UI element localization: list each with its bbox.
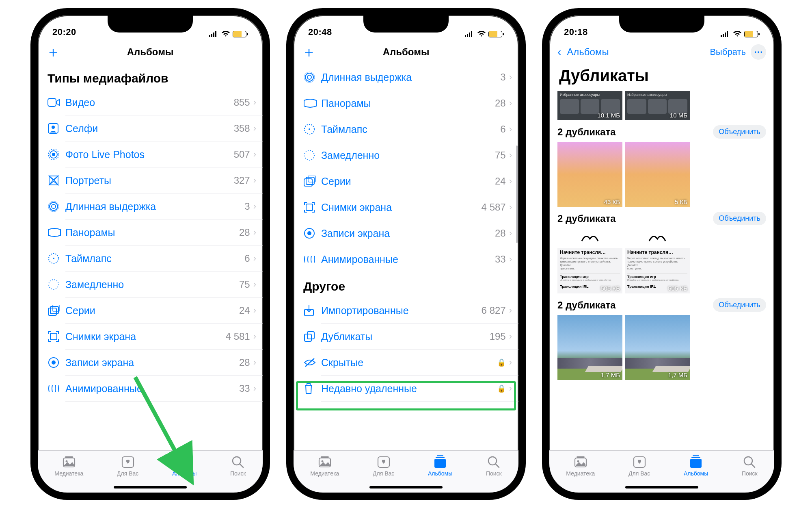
- list-row[interactable]: Фото Live Photos507›: [48, 141, 263, 167]
- list-row[interactable]: Записи экрана28›: [303, 220, 518, 246]
- tab-library[interactable]: Медиатека: [566, 454, 595, 493]
- list-row[interactable]: Панорамы28›: [48, 219, 263, 245]
- row-icon: [48, 278, 65, 291]
- row-count: 4 581: [226, 331, 250, 342]
- row-count: 28: [239, 227, 250, 238]
- row-label: Дубликаты: [321, 331, 490, 343]
- size-badge: 1,7 МБ: [668, 371, 687, 378]
- home-indicator[interactable]: [114, 486, 187, 488]
- section-header-other: Другое: [294, 272, 518, 297]
- add-button[interactable]: ＋: [302, 45, 316, 59]
- list-row[interactable]: Скрытые🔒›: [303, 350, 518, 376]
- row-icon: [303, 358, 321, 367]
- list-row[interactable]: Замедленно75›: [48, 271, 263, 297]
- list-row[interactable]: Замедленно75›: [303, 142, 518, 168]
- row-count: 28: [239, 357, 250, 368]
- tab-search[interactable]: Поиск: [742, 454, 758, 493]
- list-row[interactable]: Таймлапс6›: [303, 116, 518, 142]
- row-count: 24: [495, 176, 506, 187]
- chevron-right-icon: ›: [509, 72, 512, 82]
- size-badge: 10,1 МБ: [597, 112, 620, 119]
- svg-rect-59: [437, 455, 443, 456]
- svg-point-31: [233, 457, 241, 465]
- list-row[interactable]: Снимки экрана4 581›: [48, 323, 263, 350]
- list-row[interactable]: Записи экрана28›: [48, 350, 263, 376]
- row-label: Таймлапс: [321, 124, 500, 135]
- merge-button[interactable]: Объединить: [713, 125, 766, 139]
- list-row[interactable]: Селфи358›: [48, 115, 263, 141]
- list-row[interactable]: Импортированные6 827›: [303, 297, 518, 323]
- duplicate-thumbnail[interactable]: 43 КБ: [557, 142, 622, 207]
- merge-button[interactable]: Объединить: [713, 298, 766, 312]
- row-icon: [48, 330, 65, 343]
- svg-line-61: [496, 464, 499, 467]
- list-row[interactable]: Анимированные33›: [48, 376, 263, 402]
- svg-point-26: [65, 460, 67, 462]
- svg-point-6: [52, 126, 55, 129]
- duplicate-thumbnail[interactable]: 5 КБ: [625, 142, 690, 207]
- battery-icon: [233, 31, 246, 37]
- row-count: 75: [495, 150, 506, 161]
- duplicate-thumbnail[interactable]: Избранные аксессуары10 МБ: [625, 91, 690, 120]
- row-count: 6 827: [482, 305, 506, 316]
- svg-rect-28: [179, 459, 190, 468]
- row-label: Снимки экрана: [65, 331, 226, 343]
- list-row[interactable]: Панорамы28›: [303, 90, 518, 116]
- list-row[interactable]: Видео855›: [48, 89, 263, 115]
- cellular-icon: [721, 31, 730, 37]
- list-row[interactable]: Длинная выдержка3›: [48, 193, 263, 219]
- tab-search[interactable]: Поиск: [230, 454, 246, 493]
- tab-search[interactable]: Поиск: [486, 454, 502, 493]
- duplicate-thumbnail[interactable]: 1,7 МБ: [557, 315, 622, 380]
- add-button[interactable]: ＋: [46, 45, 60, 59]
- chevron-right-icon: ›: [509, 305, 512, 316]
- list-row[interactable]: Серии24›: [48, 297, 263, 323]
- row-count: 358: [234, 123, 250, 134]
- row-count: 28: [495, 228, 506, 239]
- row-icon: [48, 123, 65, 134]
- size-badge: 505 КБ: [600, 285, 620, 292]
- svg-rect-57: [434, 459, 446, 468]
- section-header-media-types: Типы медиафайлов: [38, 64, 263, 89]
- duplicate-thumbnail[interactable]: Избранные аксессуары10,1 МБ: [557, 91, 622, 120]
- duplicate-thumbnail[interactable]: Начните трансля…Через несколько секунд в…: [557, 228, 622, 293]
- battery-icon: [488, 31, 502, 37]
- home-indicator[interactable]: [369, 486, 443, 488]
- select-button[interactable]: Выбрать: [710, 47, 746, 57]
- list-row[interactable]: Длинная выдержка3›: [303, 64, 518, 90]
- duplicate-group-title: 2 дубликата: [557, 213, 616, 224]
- list-row[interactable]: Таймлапс6›: [48, 245, 263, 271]
- duplicate-group-title: 2 дубликата: [557, 126, 616, 138]
- more-button[interactable]: ⋯: [751, 44, 766, 60]
- row-label: Серии: [321, 176, 495, 187]
- duplicate-thumbnail[interactable]: Начните трансля…Через несколько секунд в…: [625, 228, 690, 293]
- row-icon: [303, 304, 321, 317]
- svg-rect-50: [304, 334, 311, 341]
- svg-point-7: [52, 153, 55, 156]
- home-indicator[interactable]: [625, 486, 698, 488]
- svg-point-42: [304, 150, 314, 160]
- list-row[interactable]: Серии24›: [303, 168, 518, 194]
- merge-button[interactable]: Объединить: [713, 212, 766, 225]
- chevron-right-icon: ›: [253, 279, 256, 290]
- back-button[interactable]: ‹ Альбомы: [557, 46, 609, 59]
- list-row[interactable]: Анимированные33›: [303, 246, 518, 272]
- chevron-right-icon: ›: [253, 149, 256, 160]
- duplicate-thumbnail[interactable]: 1,7 МБ: [625, 315, 690, 380]
- list-row[interactable]: Снимки экрана4 587›: [303, 194, 518, 220]
- scroll-indicator[interactable]: [516, 145, 518, 243]
- svg-rect-62: [721, 35, 722, 37]
- svg-rect-35: [469, 33, 470, 37]
- nav-bar: ‹ Альбомы Выбрать ⋯: [549, 40, 774, 64]
- list-row[interactable]: Дубликаты195›: [303, 323, 518, 350]
- row-label: Панорамы: [65, 227, 239, 239]
- svg-rect-70: [690, 459, 702, 468]
- annotation-highlight: [296, 381, 516, 410]
- svg-rect-71: [691, 457, 700, 458]
- tab-library[interactable]: Медиатека: [310, 454, 339, 493]
- row-icon: [48, 384, 65, 393]
- status-time: 20:18: [564, 27, 588, 37]
- list-row[interactable]: Портреты327›: [48, 167, 263, 193]
- row-count: 6: [244, 253, 250, 264]
- tab-library[interactable]: Медиатека: [54, 454, 83, 493]
